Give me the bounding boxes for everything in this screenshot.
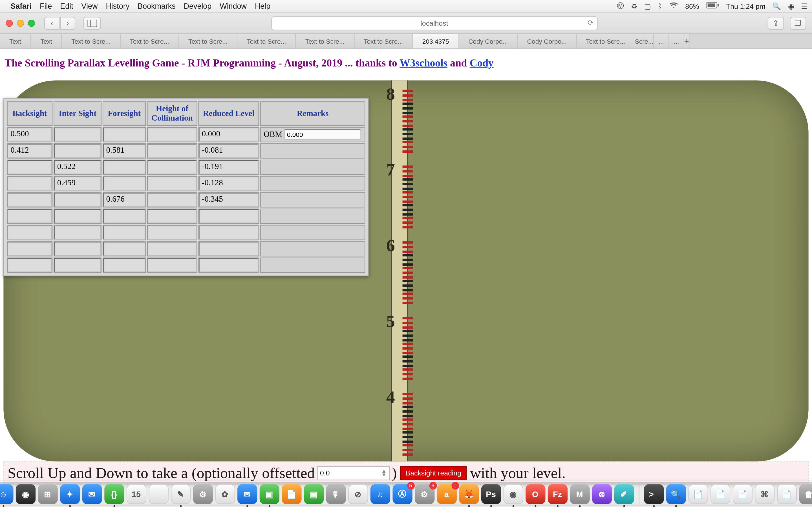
dock-doc1[interactable]: 📄	[688, 484, 708, 504]
tab-8[interactable]: 203.4375	[413, 34, 459, 48]
sidebar-toggle-button[interactable]	[84, 17, 101, 30]
dock-notes[interactable]: ✎	[170, 484, 190, 504]
menu-edit[interactable]: Edit	[60, 2, 73, 10]
dock-mail[interactable]: ✉	[82, 484, 102, 504]
cell-input[interactable]	[199, 242, 259, 256]
dock-octo[interactable]: ⊗	[592, 484, 612, 504]
siri-menubar-icon[interactable]: ◉	[788, 2, 794, 10]
status-icon-1[interactable]: Ⓜ	[617, 1, 624, 11]
dock-chrome[interactable]: ◉	[503, 484, 523, 504]
dock-ps[interactable]: Ps	[481, 484, 501, 504]
cell-input[interactable]	[199, 209, 259, 223]
close-button[interactable]	[6, 19, 13, 26]
dock-appstore[interactable]: Ⓐ5	[392, 484, 412, 504]
dock-blank1[interactable]	[149, 484, 168, 504]
dock-numbers[interactable]: ▤	[304, 484, 323, 504]
cell-input[interactable]: 0.500	[8, 128, 52, 142]
new-tab-button[interactable]: +	[684, 34, 690, 48]
tab-7[interactable]: Text to Scre...	[354, 34, 413, 48]
tab-3[interactable]: Text to Scre...	[120, 34, 179, 48]
cell-input[interactable]	[147, 242, 197, 256]
dock-opera[interactable]: O	[525, 484, 545, 504]
menu-help[interactable]: Help	[255, 2, 270, 10]
airplay-icon[interactable]: ▢	[644, 2, 651, 10]
menu-app[interactable]: Safari	[10, 2, 32, 10]
cell-input[interactable]	[147, 209, 197, 223]
cell-input[interactable]: 0.459	[54, 177, 101, 191]
cell-input[interactable]	[199, 258, 259, 272]
cell-input[interactable]: -0.081	[199, 144, 259, 158]
cell-input[interactable]	[54, 193, 101, 207]
cell-input[interactable]	[8, 177, 52, 191]
dock-mamp[interactable]: M	[569, 484, 589, 504]
menu-window[interactable]: Window	[220, 2, 247, 10]
reload-icon[interactable]: ⟳	[588, 18, 594, 26]
notification-center-icon[interactable]: ☰	[801, 2, 808, 10]
zoom-button[interactable]	[28, 19, 35, 26]
obm-input[interactable]	[285, 129, 360, 140]
address-bar[interactable]: localhost ⟳	[271, 16, 598, 30]
dock-siri[interactable]: ◉	[15, 484, 35, 504]
tab-0[interactable]: Text	[0, 34, 31, 48]
dock-finder[interactable]: ☺	[0, 484, 13, 504]
tab-9[interactable]: Cody Corpo...	[459, 34, 518, 48]
dock-doc2[interactable]: 📄	[710, 484, 730, 504]
cell-input[interactable]	[54, 242, 101, 256]
tab-10[interactable]: Cody Corpo...	[518, 34, 576, 48]
tab-2[interactable]: Text to Scre...	[62, 34, 120, 48]
cell-input[interactable]	[147, 258, 197, 272]
dock-pages[interactable]: 📄	[282, 484, 301, 504]
tabs-overview-button[interactable]: ❐	[790, 17, 806, 30]
link-cody[interactable]: Cody	[470, 57, 494, 69]
cell-input[interactable]	[103, 258, 145, 272]
dock-firefox[interactable]: 🦊	[459, 484, 478, 504]
minimize-button[interactable]	[17, 19, 24, 26]
cell-input[interactable]	[8, 193, 52, 207]
cell-input[interactable]	[54, 209, 101, 223]
back-button[interactable]: ‹	[44, 17, 59, 30]
cell-input[interactable]	[54, 226, 101, 240]
cell-input[interactable]: 0.000	[199, 128, 259, 142]
tab-6[interactable]: Text to Scre...	[296, 34, 354, 48]
spotlight-icon[interactable]: 🔍	[772, 2, 781, 10]
tab-14[interactable]: ...	[669, 34, 684, 48]
menubar-clock[interactable]: Thu 1:24 pm	[726, 2, 765, 10]
cell-input[interactable]	[8, 258, 52, 272]
cell-input[interactable]	[103, 242, 145, 256]
dock-itunes[interactable]: ♫	[370, 484, 390, 504]
dock-photos[interactable]: ✿	[215, 484, 235, 504]
tab-4[interactable]: Text to Scre...	[179, 34, 238, 48]
menu-file[interactable]: File	[40, 2, 52, 10]
dock-mic[interactable]: 🎙	[326, 484, 346, 504]
cell-input[interactable]	[8, 209, 52, 223]
dock-launchpad[interactable]: ⊞	[38, 484, 57, 504]
cell-input[interactable]	[147, 128, 197, 142]
cell-input[interactable]	[147, 160, 197, 174]
cell-input[interactable]	[103, 160, 145, 174]
bluetooth-icon[interactable]: ᛒ	[658, 2, 662, 10]
dock-avast[interactable]: a1	[437, 484, 456, 504]
cell-input[interactable]	[54, 258, 101, 272]
dock-html[interactable]: ⌘	[755, 484, 774, 504]
tab-12[interactable]: Scre...	[635, 34, 654, 48]
menu-history[interactable]: History	[106, 2, 130, 10]
cell-input[interactable]: 0.581	[103, 144, 145, 158]
cell-input[interactable]	[147, 177, 197, 191]
cell-input[interactable]	[103, 209, 145, 223]
menu-develop[interactable]: Develop	[184, 2, 212, 10]
link-w3schools[interactable]: W3schools	[400, 57, 448, 69]
cell-input[interactable]	[147, 226, 197, 240]
cell-input[interactable]	[147, 144, 197, 158]
tab-13[interactable]: ...	[654, 34, 669, 48]
dock-doc3[interactable]: 📄	[732, 484, 752, 504]
cell-input[interactable]	[8, 242, 52, 256]
dock-paint[interactable]: ✐	[614, 484, 634, 504]
dock-messages[interactable]: ✉	[237, 484, 257, 504]
cell-input[interactable]	[8, 226, 52, 240]
wifi-icon[interactable]	[669, 2, 678, 10]
dock-coda[interactable]: {}	[104, 484, 124, 504]
cell-input[interactable]: 0.676	[103, 193, 145, 207]
dock-safari[interactable]: ✦	[60, 484, 80, 504]
dock-facetime[interactable]: ▣	[259, 484, 279, 504]
cell-input[interactable]: -0.191	[199, 160, 259, 174]
